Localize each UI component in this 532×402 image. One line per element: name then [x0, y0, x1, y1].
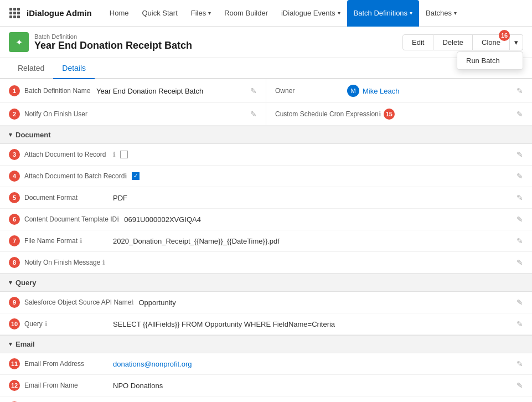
edit-icon[interactable]: ✎ [250, 110, 257, 118]
field-num-8: 8 [9, 257, 20, 268]
field-label-email-from-address: Email From Address [24, 360, 113, 368]
field-label-doc-format: Document Format [24, 194, 113, 202]
field-value-content-doc-template: 0691U000002XVGIQA4 [124, 215, 512, 224]
field-num-10: 10 [9, 318, 20, 329]
section-query: ▾ Query [0, 274, 532, 292]
avatar: M [347, 85, 359, 97]
field-value-file-name-format: 2020_Donation_Receipt_{{Name}}_{{DateTim… [113, 237, 512, 245]
field-num-7: 7 [9, 235, 20, 246]
dropdown-button[interactable]: ▾ [510, 34, 523, 50]
info-icon[interactable]: ℹ [45, 320, 48, 328]
info-icon[interactable]: ℹ [80, 237, 82, 245]
field-row-13: 13 Email To Field ℹ Email ✎ [0, 396, 532, 402]
tab-related[interactable]: Related [9, 58, 53, 79]
tab-details[interactable]: Details [53, 58, 95, 79]
edit-button[interactable]: Edit [402, 34, 433, 50]
edit-icon[interactable]: ✎ [250, 86, 257, 95]
page-header: ✦ Batch Definition Year End Donation Rec… [0, 27, 532, 58]
info-icon[interactable]: ℹ [131, 298, 134, 306]
chevron-down-icon[interactable]: ▾ [9, 341, 12, 348]
field-row-8: 8 Notify On Finish Message ℹ ✎ [0, 252, 532, 274]
field-label-attach-doc-record: Attach Document to Record [24, 151, 113, 158]
field-label-attach-doc-batch: Attach Document to Batch Record [24, 172, 125, 180]
nav-item-roombuilder[interactable]: Room Builder [218, 0, 275, 27]
main-content: 1 Batch Definition Name Year End Donatio… [0, 79, 532, 402]
field-label-custom-schedule: Custom Schedule Cron Expression [275, 110, 379, 118]
chevron-down-icon: ▾ [454, 10, 457, 16]
nav-grid-icon[interactable] [7, 6, 22, 21]
nav-item-quickstart[interactable]: Quick Start [135, 0, 184, 27]
field-value-query: SELECT {{AllFields}} FROM Opportunity WH… [113, 320, 512, 328]
page-header-label: Batch Definition [34, 33, 192, 40]
edit-icon[interactable]: ✎ [516, 86, 523, 95]
field-value-email-from-name: NPO Donations [113, 382, 512, 390]
edit-icon[interactable]: ✎ [516, 298, 523, 307]
info-icon[interactable]: ℹ [102, 259, 105, 266]
field-row-5: 5 Document Format PDF ✎ [0, 187, 532, 209]
run-batch-dropdown: Run Batch [457, 51, 523, 70]
field-row-10: 10 Query ℹ SELECT {{AllFields}} FROM Opp… [0, 313, 532, 335]
checkbox-attach-doc-batch[interactable]: ✓ [132, 172, 140, 180]
field-num-4: 4 [9, 171, 20, 182]
field-label-email-from-name: Email From Name [24, 382, 113, 389]
info-icon[interactable]: ℹ [125, 172, 127, 180]
page-title: Year End Donation Receipt Batch [34, 40, 192, 51]
nav-item-batches[interactable]: Batches ▾ [419, 0, 463, 27]
edit-icon[interactable]: ✎ [516, 319, 523, 328]
field-label-sf-object: Salesforce Object Source API Name [24, 298, 131, 306]
field-num-12: 12 [9, 380, 20, 391]
nav-item-home[interactable]: Home [103, 0, 136, 27]
info-icon[interactable]: ℹ [113, 151, 116, 158]
nav-item-idialogue-events[interactable]: iDialogue Events ▾ [275, 0, 347, 27]
edit-icon[interactable]: ✎ [516, 236, 523, 245]
chevron-down-icon[interactable]: ▾ [9, 279, 12, 286]
field-label-notify-finish-user: Notify On Finish User [24, 110, 96, 118]
chevron-down-icon: ▾ [338, 10, 340, 16]
delete-button[interactable]: Delete [433, 34, 473, 50]
field-row-6: 6 Content Document Template ID ℹ 0691U00… [0, 209, 532, 230]
tabs-bar: Related Details [0, 58, 532, 79]
field-value-email-from-address[interactable]: donations@nonprofit.org [113, 360, 512, 368]
field-value-owner[interactable]: Mike Leach [363, 87, 399, 95]
edit-icon[interactable]: ✎ [516, 359, 523, 368]
run-batch-item[interactable]: Run Batch [457, 52, 523, 69]
badge-15: 15 [384, 109, 395, 120]
field-label-query: Query ℹ [24, 320, 113, 328]
edit-icon[interactable]: ✎ [516, 258, 523, 267]
header-actions: Edit Delete Clone ▾ 16 Run Batch [402, 34, 523, 50]
field-num-1: 1 [9, 85, 20, 96]
field-num-11: 11 [9, 358, 20, 369]
field-row-9: 9 Salesforce Object Source API Name ℹ Op… [0, 292, 532, 313]
chevron-down-icon[interactable]: ▾ [9, 131, 12, 138]
field-num-6: 6 [9, 214, 20, 225]
edit-icon[interactable]: ✎ [516, 215, 523, 224]
checkbox-attach-doc-record[interactable] [120, 151, 128, 158]
field-row-11: 11 Email From Address donations@nonprofi… [0, 353, 532, 375]
field-row-4: 4 Attach Document to Batch Record ℹ ✓ ✎ [0, 166, 532, 187]
info-icon[interactable]: ℹ [117, 215, 120, 223]
field-row-12: 12 Email From Name NPO Donations ✎ [0, 375, 532, 396]
nav-brand: iDialogue Admin [27, 8, 92, 18]
field-label-content-doc-template: Content Document Template ID [24, 215, 117, 223]
field-num-5: 5 [9, 192, 20, 203]
page-icon: ✦ [9, 32, 29, 52]
edit-icon[interactable]: ✎ [516, 150, 523, 159]
nav-item-batch-definitions[interactable]: Batch Definitions ▾ [347, 0, 420, 27]
field-num-9: 9 [9, 297, 20, 308]
field-num-2: 2 [9, 109, 20, 120]
field-label-batch-definition-name: Batch Definition Name [24, 87, 96, 95]
page-header-text: Batch Definition Year End Donation Recei… [34, 33, 192, 51]
field-row-3: 3 Attach Document to Record ℹ ✎ [0, 144, 532, 166]
chevron-down-icon: ▾ [410, 10, 412, 16]
edit-icon[interactable]: ✎ [516, 193, 523, 202]
field-value-doc-format: PDF [113, 194, 512, 202]
navbar: iDialogue Admin Home Quick Start Files ▾… [0, 0, 532, 27]
section-document: ▾ Document [0, 126, 532, 144]
field-row-2: 2 Notify On Finish User ✎ Custom Schedul… [0, 103, 532, 126]
edit-icon[interactable]: ✎ [516, 172, 523, 181]
info-icon[interactable]: ℹ [379, 110, 381, 118]
nav-item-files[interactable]: Files ▾ [184, 0, 218, 27]
edit-icon[interactable]: ✎ [516, 381, 523, 390]
edit-icon[interactable]: ✎ [516, 110, 523, 118]
field-label-file-name-format: File Name Format ℹ [24, 237, 113, 245]
